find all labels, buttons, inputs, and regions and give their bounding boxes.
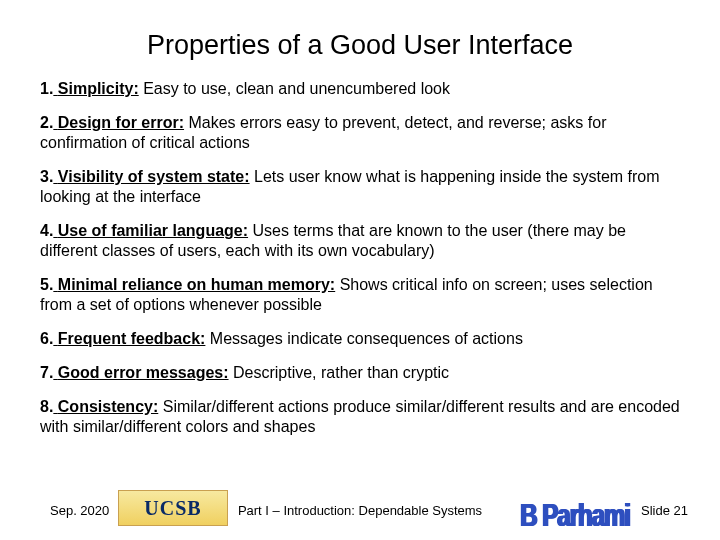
author-signature: B Parhami (520, 498, 630, 534)
item-text: Messages indicate consequences of action… (205, 330, 523, 347)
list-item: 6. Frequent feedback: Messages indicate … (40, 329, 680, 349)
item-number: 2. (40, 113, 53, 133)
list-item: 3. Visibility of system state: Lets user… (40, 167, 680, 207)
item-label: Consistency: (58, 398, 158, 415)
item-number: 3. (40, 167, 53, 187)
item-number: 1. (40, 79, 53, 99)
item-text: Descriptive, rather than cryptic (229, 364, 450, 381)
item-label: Use of familiar language: (58, 222, 248, 239)
item-number: 6. (40, 329, 53, 349)
item-number: 8. (40, 397, 53, 417)
list-item: 4. Use of familiar language: Uses terms … (40, 221, 680, 261)
item-number: 7. (40, 363, 53, 383)
item-label: Frequent feedback: (58, 330, 206, 347)
item-text: Easy to use, clean and unencumbered look (139, 80, 450, 97)
list-item: 8. Consistency: Similar/different action… (40, 397, 680, 437)
item-label: Visibility of system state: (58, 168, 250, 185)
item-label: Simplicity: (58, 80, 139, 97)
footer: Sep. 2020 UCSB Part I – Introduction: De… (0, 488, 720, 528)
item-label: Minimal reliance on human memory: (58, 276, 335, 293)
list-item: 1. Simplicity: Easy to use, clean and un… (40, 79, 680, 99)
item-number: 5. (40, 275, 53, 295)
list-item: 2. Design for error: Makes errors easy t… (40, 113, 680, 153)
item-label: Design for error: (58, 114, 184, 131)
item-number: 4. (40, 221, 53, 241)
list-item: 5. Minimal reliance on human memory: Sho… (40, 275, 680, 315)
item-label: Good error messages: (58, 364, 229, 381)
slide-number: Slide 21 (641, 503, 688, 518)
list-item: 7. Good error messages: Descriptive, rat… (40, 363, 680, 383)
slide-title: Properties of a Good User Interface (40, 30, 680, 61)
slide: Properties of a Good User Interface 1. S… (0, 0, 720, 540)
